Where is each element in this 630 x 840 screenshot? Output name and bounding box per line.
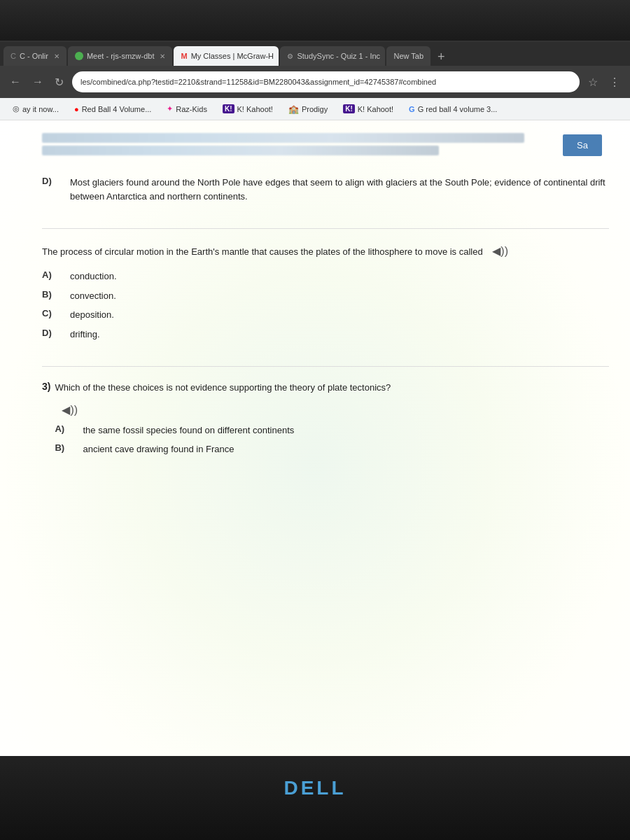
reload-button[interactable]: ↻ [52,73,66,92]
save-button[interactable]: Sa [563,134,602,156]
q2-letter-c: C) [42,308,70,322]
address-bar-row: ← → ↻ les/combined/ca.php?testid=2210&st… [0,66,630,98]
q2-option-c: C) deposition. [42,307,609,323]
tab-new[interactable]: New Tab [386,46,430,66]
browser-chrome: C C - Onlir ✕ Meet - rjs-smzw-dbt ✕ M My… [0,42,630,98]
bottom-bezel: DELL [0,756,630,840]
tab-studysync[interactable]: ⚙ StudySync - Quiz 1 - Inc ✕ [280,46,385,66]
dell-logo: DELL [284,777,346,799]
question-2-audio-icon[interactable]: ◀)) [492,243,508,260]
question-3-header: 3) Which of the these choices is not evi… [42,381,609,461]
q3-letter-a: A) [55,424,83,438]
question-3-audio-icon[interactable]: ◀)) [62,403,78,416]
bookmark-icon-1: ◎ [13,104,20,113]
tab-bar: C C - Onlir ✕ Meet - rjs-smzw-dbt ✕ M My… [0,42,630,66]
back-button[interactable]: ← [7,73,24,91]
q3-text-a: the same fossil species found on differe… [83,424,294,438]
answer-option-d-prev: D) Most glaciers found around the North … [42,174,609,204]
content-wrapper: Sa D) Most glaciers found around the Nor… [42,127,609,468]
bookmark-label-7: G red ball 4 volume 3... [418,105,498,113]
bookmark-label-1: ay it now... [22,105,59,113]
tab-label-1: C - Onlir [20,52,48,60]
tab-favicon-2 [75,52,83,60]
q2-option-b: B) convection. [42,288,609,304]
bookmark-red-ball[interactable]: ● Red Ball 4 Volume... [69,103,157,115]
q3-option-a: A) the same fossil species found on diff… [55,422,391,439]
tab-favicon-3: M [181,52,187,60]
question-2-text: The process of circular motion in the Ea… [42,246,483,257]
q2-letter-b: B) [42,289,70,303]
bookmark-icon-5: 🏫 [288,104,299,114]
laptop-bezel [0,0,630,42]
tab-label-3: My Classes | McGraw-H [191,52,274,60]
tab-favicon-1: C [10,52,16,60]
bookmarks-bar: ◎ ay it now... ● Red Ball 4 Volume... ✦ … [0,98,630,120]
q2-text-c: deposition. [70,308,114,322]
question-3-text: Which of the these choices is not eviden… [55,382,391,393]
bookmark-icon-4: K! [223,104,234,113]
bookmark-label-5: Prodigy [302,105,328,113]
tab-close-2[interactable]: ✕ [160,52,165,60]
q2-text-b: convection. [70,289,116,303]
bookmark-kahoot-1[interactable]: K! K! Kahoot! [217,102,279,115]
bookmark-label-3: Raz-Kids [176,105,207,113]
q2-text-d: drifting. [70,328,100,342]
question-3-content: Which of the these choices is not eviden… [55,381,391,461]
option-text-d-prev: Most glaciers found around the North Pol… [70,176,609,203]
q2-option-a: A) conduction. [42,268,609,285]
address-bar[interactable]: les/combined/ca.php?testid=2210&strand=1… [72,71,580,92]
tab-label-4: StudySync - Quiz 1 - Inc [297,52,380,60]
q2-letter-d: D) [42,328,70,342]
tab-meet[interactable]: Meet - rjs-smzw-dbt ✕ [68,46,173,66]
bookmark-label-2: Red Ball 4 Volume... [82,105,152,113]
q3-letter-b: B) [55,442,83,456]
tab-label-2: Meet - rjs-smzw-dbt [87,52,155,60]
question-2-stem: The process of circular motion in the Ea… [42,243,609,260]
forward-button[interactable]: → [29,73,46,91]
menu-button[interactable]: ⋮ [606,73,623,92]
screen: C C - Onlir ✕ Meet - rjs-smzw-dbt ✕ M My… [0,42,630,756]
bookmark-red-ball-3[interactable]: G G red ball 4 volume 3... [403,103,503,115]
main-content: Sa D) Most glaciers found around the Nor… [0,120,630,756]
bookmark-ay-it-now[interactable]: ◎ ay it now... [7,102,64,115]
bookmark-label-6: K! Kahoot! [358,105,393,113]
blurred-line-1 [42,133,524,143]
prev-question-option-d: D) Most glaciers found around the North … [42,167,609,214]
bookmark-icon-2: ● [74,105,79,113]
bookmark-raz-kids[interactable]: ✦ Raz-Kids [161,102,213,115]
tab-close-1[interactable]: ✕ [54,52,59,60]
separator-1 [42,228,609,229]
q2-text-a: conduction. [70,270,117,284]
bookmark-prodigy[interactable]: 🏫 Prodigy [283,102,333,116]
question-3-number: 3) [42,381,50,392]
question-3-stem: Which of the these choices is not eviden… [55,381,391,395]
blurred-line-2 [42,146,439,155]
bookmark-icon-7: G [409,105,415,113]
tab-favicon-4: ⚙ [287,52,293,60]
q2-option-d: D) drifting. [42,326,609,343]
q3-option-b: B) ancient cave drawing found in France [55,441,391,458]
bookmark-label-4: K! Kahoot! [237,105,273,113]
tab-mcgraw[interactable]: M My Classes | McGraw-H ✕ [174,46,279,66]
bookmark-kahoot-2[interactable]: K! K! Kahoot! [337,102,399,115]
bookmark-icon-6: K! [343,104,355,113]
new-tab-button[interactable]: + [432,50,451,64]
tab-label-5: New Tab [393,52,424,60]
question-3-block: 3) Which of the these choices is not evi… [42,374,609,468]
q3-text-b: ancient cave drawing found in France [83,442,234,456]
bookmark-star[interactable]: ☆ [585,73,601,92]
q2-letter-a: A) [42,270,70,284]
question-2-block: The process of circular motion in the Ea… [42,236,609,352]
tab-c-online[interactable]: C C - Onlir ✕ [4,46,66,66]
address-text: les/combined/ca.php?testid=2210&strand=1… [80,78,436,86]
bookmark-icon-3: ✦ [167,104,173,113]
blurred-section [42,127,609,164]
option-letter-d-prev: D) [42,176,70,203]
separator-2 [42,366,609,367]
